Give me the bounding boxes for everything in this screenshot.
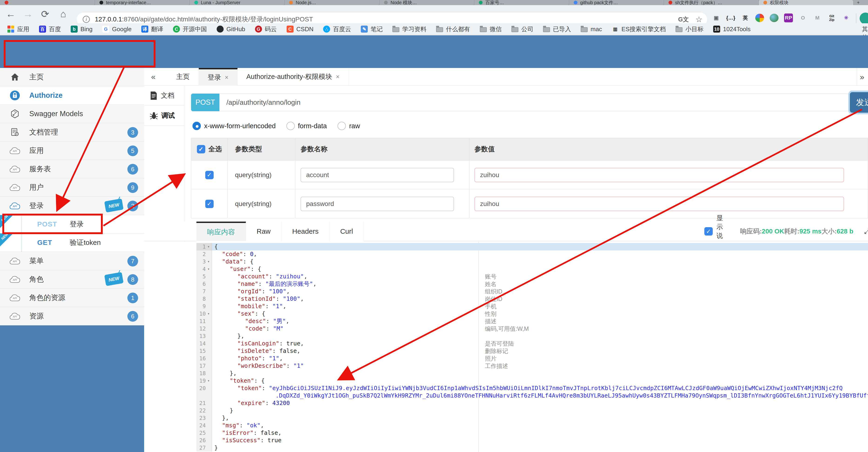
- response-tab[interactable]: Curl: [330, 222, 364, 241]
- select-all-label: 全选: [209, 144, 222, 154]
- sidebar-item[interactable]: API登录NEW2: [0, 197, 144, 215]
- close-tab-icon[interactable]: ×: [336, 73, 340, 81]
- reload-icon[interactable]: ⟳: [39, 8, 52, 20]
- content-type-option[interactable]: form-data: [286, 122, 327, 130]
- bookmark-item[interactable]: CCSDN: [287, 26, 314, 33]
- translate-icon[interactable]: G文: [678, 16, 689, 24]
- sidebar-item-label: 用户: [29, 182, 44, 192]
- browser-tab[interactable]: Node 模块…: [379, 0, 474, 5]
- bookmark-item[interactable]: GGoogle: [102, 26, 131, 33]
- sidebar-endpoint-get[interactable]: NEWGET验证token: [0, 233, 144, 252]
- asterisk-icon[interactable]: ✳: [842, 13, 850, 22]
- response-tab[interactable]: Headers: [281, 222, 330, 241]
- bookmark-item[interactable]: 101024Tools: [713, 26, 751, 33]
- gitzip-icon[interactable]: Git Zip: [827, 13, 836, 22]
- bookmark-item[interactable]: ∴百度云: [323, 25, 351, 33]
- sidebar-item[interactable]: API角色的资源1: [0, 289, 144, 307]
- bookmark-item[interactable]: 微信: [480, 25, 502, 33]
- bookmark-item[interactable]: 学习资料: [393, 25, 426, 33]
- bookmark-item[interactable]: ✎笔记: [361, 25, 383, 33]
- profile-avatar[interactable]: [860, 12, 868, 24]
- bookmark-item[interactable]: ▥ES搜索引擎文档: [612, 25, 666, 33]
- rp-icon[interactable]: RP: [784, 13, 793, 22]
- sidebar-item[interactable]: API应用5: [0, 142, 144, 160]
- browser-tab[interactable]: github pack文件…: [569, 0, 664, 5]
- new-tab-button[interactable]: +: [854, 0, 863, 5]
- code-content: "data": {: [212, 258, 868, 265]
- collapse-sidebar-icon[interactable]: «: [151, 72, 156, 81]
- bookmark-item[interactable]: 译翻译: [141, 25, 163, 33]
- qrcode-icon[interactable]: ▣: [712, 13, 721, 22]
- bookmark-item[interactable]: 应用: [7, 25, 29, 33]
- fold-caret-icon[interactable]: ▾: [206, 258, 211, 265]
- colorful-wheel-icon[interactable]: [755, 14, 764, 22]
- browser-tab[interactable]: sh文件执行（pack）…: [664, 0, 759, 5]
- sidebar-item[interactable]: 主页: [0, 68, 144, 86]
- back-icon[interactable]: ←: [4, 8, 17, 20]
- fold-caret-icon[interactable]: ▾: [206, 310, 211, 317]
- bookmark-item[interactable]: bBing: [71, 26, 93, 33]
- sidebar-item[interactable]: API菜单7: [0, 252, 144, 270]
- bookmark-label: 翻译: [151, 25, 163, 33]
- page-tab[interactable]: Authorize-authority-权限模块×: [238, 68, 349, 86]
- bookmark-item[interactable]: 什么都有: [436, 25, 470, 33]
- sidebar-item[interactable]: Swagger Models: [0, 105, 144, 123]
- content-type-option[interactable]: x-www-form-urlencoded: [192, 122, 276, 130]
- tab-document[interactable]: 文档: [144, 86, 184, 106]
- json-viewer-icon[interactable]: {…}: [726, 13, 735, 22]
- sidebar-item[interactable]: Authorize: [0, 86, 144, 105]
- sidebar-item[interactable]: API服务表6: [0, 160, 144, 178]
- show-desc-checkbox[interactable]: ✓: [704, 227, 713, 235]
- param-value-input[interactable]: [474, 168, 844, 182]
- bookmark-item[interactable]: 已导入: [543, 25, 571, 33]
- tab-debug[interactable]: 调试: [144, 106, 184, 126]
- translate-en-icon[interactable]: 英: [741, 13, 750, 22]
- forward-icon[interactable]: →: [21, 8, 34, 20]
- sidebar-item[interactable]: API角色NEW8: [0, 270, 144, 289]
- site-info-icon[interactable]: i: [83, 16, 90, 23]
- response-editor[interactable]: 1▾{2"code": 0,3▾"data": {4▾"user": {5"ac…: [196, 242, 868, 452]
- param-value-input[interactable]: [474, 197, 844, 211]
- fullscreen-icon[interactable]: [864, 226, 868, 236]
- bookmark-item[interactable]: 小目标: [676, 25, 704, 33]
- sidebar-item[interactable]: API资源6: [0, 307, 144, 326]
- sidebar-item[interactable]: 文档管理3: [0, 123, 144, 142]
- param-name-input[interactable]: [301, 168, 454, 182]
- response-tab[interactable]: Raw: [246, 222, 281, 241]
- page-tab[interactable]: 登录×: [199, 68, 238, 86]
- sidebar-item[interactable]: API用户9: [0, 178, 144, 197]
- send-button[interactable]: 发送: [850, 92, 868, 113]
- home-icon[interactable]: ⌂: [57, 8, 70, 20]
- expand-tabs-icon[interactable]: »: [857, 68, 867, 86]
- close-tab-icon[interactable]: ×: [225, 74, 228, 81]
- browser-tab[interactable]: temporary-interface…: [95, 0, 190, 5]
- response-tab[interactable]: 响应内容: [196, 222, 246, 241]
- browser-tab-label: Node 模块…: [391, 0, 417, 5]
- code-line: 11"desc": "男",描述: [196, 317, 868, 325]
- row-checkbox[interactable]: ✓: [205, 171, 214, 179]
- sidebar-endpoint-post[interactable]: NEWPOST登录: [0, 215, 144, 233]
- browser-tab[interactable]: [0, 0, 95, 5]
- content-type-option[interactable]: raw: [338, 122, 360, 130]
- browser-tab[interactable]: Node.js…: [284, 0, 379, 5]
- param-name-input[interactable]: [301, 197, 454, 211]
- m-chevron-icon[interactable]: M: [813, 13, 822, 22]
- bookmark-item[interactable]: GitHub: [217, 26, 245, 33]
- browser-tab[interactable]: Luna - JumpServer: [190, 0, 284, 5]
- globe-icon[interactable]: [770, 14, 778, 22]
- fold-caret-icon[interactable]: ▾: [206, 265, 211, 273]
- bookmark-item[interactable]: C开源中国: [173, 25, 207, 33]
- o-ring-icon[interactable]: O: [799, 13, 807, 22]
- bookmark-item[interactable]: G码云: [255, 25, 277, 33]
- browser-tab[interactable]: 百家号…: [474, 0, 569, 5]
- bookmark-item[interactable]: mac: [581, 26, 602, 33]
- row-checkbox[interactable]: ✓: [205, 200, 214, 208]
- bookmark-item[interactable]: 百百度: [39, 25, 61, 33]
- page-tab[interactable]: 主页: [167, 68, 199, 86]
- bookmark-star-icon[interactable]: ☆: [695, 15, 703, 24]
- select-all-checkbox[interactable]: ✓: [197, 145, 205, 153]
- browser-tab[interactable]: 权限模块: [759, 0, 854, 5]
- bookmark-item[interactable]: 公司: [512, 25, 533, 33]
- fold-caret-icon[interactable]: ▾: [206, 377, 211, 385]
- fold-caret-icon[interactable]: ▾: [206, 243, 211, 250]
